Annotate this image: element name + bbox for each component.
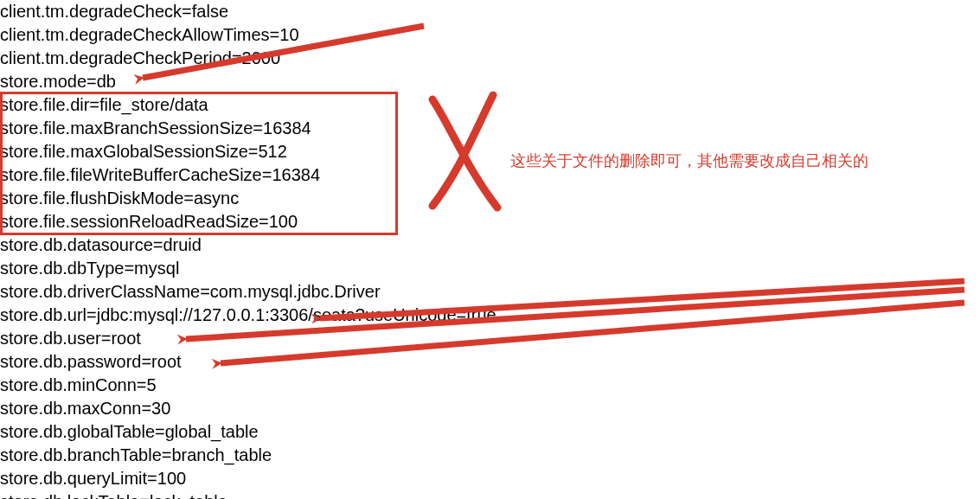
config-line: store.file.flushDiskMode=async <box>0 187 980 210</box>
config-line: store.db.lockTable=lock_table <box>0 490 980 499</box>
config-line: client.tm.degradeCheckAllowTimes=10 <box>0 23 980 47</box>
config-line: store.db.password=root <box>0 350 980 374</box>
config-line: store.db.branchTable=branch_table <box>0 444 980 467</box>
config-line: client.tm.degradeCheckPeriod=2000 <box>0 47 980 70</box>
config-line: store.db.datasource=druid <box>0 234 980 257</box>
config-line: store.db.maxConn=30 <box>0 397 980 420</box>
config-text-block: client.tm.degradeCheck=false client.tm.d… <box>0 0 980 499</box>
config-line: store.file.sessionReloadReadSize=100 <box>0 210 980 234</box>
config-line: store.db.dbType=mysql <box>0 257 980 280</box>
config-line: store.mode=db <box>0 70 980 93</box>
config-line: client.tm.degradeCheck=false <box>0 0 980 23</box>
config-line: store.db.driverClassName=com.mysql.jdbc.… <box>0 280 980 304</box>
annotation-text: 这些关于文件的删除即可，其他需要改成自己相关的 <box>510 150 868 173</box>
config-line: store.db.globalTable=global_table <box>0 420 980 444</box>
config-line: store.file.dir=file_store/data <box>0 93 980 117</box>
config-line: store.file.maxBranchSessionSize=16384 <box>0 117 980 140</box>
config-line: store.db.user=root <box>0 327 980 350</box>
config-line: store.db.minConn=5 <box>0 374 980 397</box>
config-line: store.db.url=jdbc:mysql://127.0.0.1:3306… <box>0 304 980 327</box>
config-line: store.db.queryLimit=100 <box>0 467 980 490</box>
